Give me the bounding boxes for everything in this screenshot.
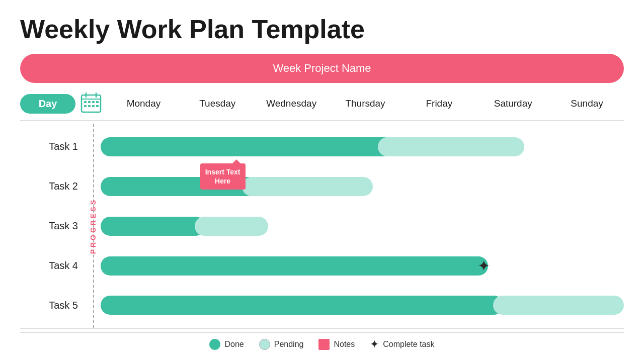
footer-divider	[20, 328, 624, 329]
task-2-label: Task 2	[20, 180, 86, 192]
legend-done: Done	[209, 339, 244, 350]
day-tuesday: Tuesday	[181, 98, 255, 109]
bars-area: Insert Text Here ✦	[101, 124, 624, 328]
task-1-pending-bar	[378, 137, 524, 156]
page-title: Weekly Work Plan Template	[20, 15, 624, 44]
svg-rect-0	[82, 95, 101, 112]
legend-complete-task: ✦ Complete task	[370, 339, 434, 350]
svg-rect-11	[96, 105, 99, 107]
task-labels: Task 1 Task 2 Task 3 Task 4 Task 5	[20, 124, 86, 328]
legend-notes: Notes	[318, 339, 355, 350]
legend-done-label: Done	[224, 340, 244, 349]
task-3-pending-bar	[195, 217, 268, 236]
svg-rect-8	[84, 105, 87, 107]
note-text: Insert Text Here	[205, 168, 240, 185]
svg-rect-7	[96, 101, 99, 103]
task-1-bar-row	[101, 136, 624, 158]
legend-pending: Pending	[259, 339, 304, 350]
legend-complete-task-label: Complete task	[383, 340, 434, 349]
days-header: Monday Tuesday Wednesday Thursday Friday…	[107, 98, 624, 109]
header-row: Day Monday Tuesday Wednesday Thursday	[20, 92, 624, 115]
page: Weekly Work Plan Template Week Project N…	[0, 0, 644, 362]
task-3-bar-row	[101, 215, 624, 237]
legend-pending-label: Pending	[274, 340, 304, 349]
task-2-pending-bar	[242, 177, 373, 196]
gantt-area: Task 1 Task 2 Task 3 Task 4 Task 5 PROGR…	[20, 124, 624, 328]
progress-label: PROGRESS	[89, 198, 97, 254]
task-2-bar-row: Insert Text Here	[101, 175, 624, 198]
day-thursday: Thursday	[329, 98, 403, 109]
svg-rect-9	[88, 105, 91, 107]
task-4-bar-row: ✦	[101, 255, 624, 277]
note-box: Insert Text Here	[200, 163, 246, 190]
task-4-label: Task 4	[20, 260, 86, 272]
legend-pending-icon	[259, 339, 270, 350]
svg-rect-6	[92, 101, 95, 103]
day-wednesday: Wednesday	[255, 98, 329, 109]
svg-rect-10	[92, 105, 95, 107]
svg-rect-4	[84, 101, 87, 103]
task-4-done-bar	[101, 256, 488, 276]
progress-col: PROGRESS	[86, 124, 101, 328]
legend-notes-label: Notes	[334, 340, 355, 349]
day-sunday: Sunday	[550, 98, 624, 109]
calendar-icon	[80, 92, 102, 115]
header-divider	[20, 120, 624, 121]
day-friday: Friday	[402, 98, 476, 109]
complete-task-star: ✦	[477, 257, 490, 275]
legend-star-icon: ✦	[370, 339, 379, 350]
task-1-label: Task 1	[20, 141, 86, 152]
legend-notes-icon	[318, 339, 330, 350]
day-saturday: Saturday	[476, 98, 550, 109]
day-monday: Monday	[107, 98, 181, 109]
task-5-done-bar	[101, 296, 504, 315]
project-banner: Week Project Name	[20, 54, 624, 83]
task-5-bar-row	[101, 294, 624, 316]
legend: Done Pending Notes ✦ Complete task	[20, 332, 624, 352]
task-5-pending-bar	[493, 296, 624, 315]
day-badge: Day	[20, 94, 75, 114]
task-3-label: Task 3	[20, 220, 86, 232]
task-3-done-bar	[101, 217, 205, 236]
task-5-label: Task 5	[20, 300, 86, 311]
svg-rect-5	[88, 101, 91, 103]
task-1-done-bar	[101, 137, 393, 156]
legend-done-icon	[209, 339, 220, 350]
